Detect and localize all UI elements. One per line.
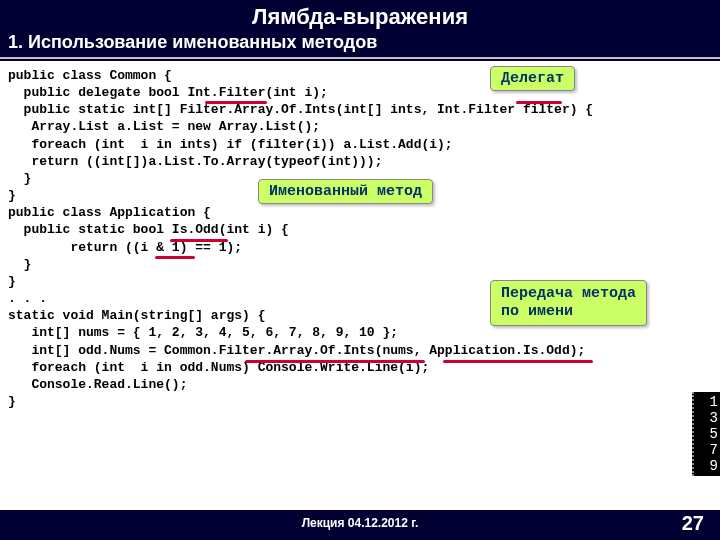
underline-mark bbox=[443, 360, 593, 363]
label-pass-by-name: Передача метода по имени bbox=[490, 280, 647, 326]
output-line: 9 bbox=[696, 458, 718, 474]
slide: Лямбда-выражения 1. Использование именов… bbox=[0, 0, 720, 540]
label-text: Именованный метод bbox=[269, 183, 422, 200]
code-line: return ((int[])a.List.To.Array(typeof(in… bbox=[8, 154, 382, 169]
console-output: 1 3 5 7 9 bbox=[692, 392, 720, 476]
title-bar: Лямбда-выражения 1. Использование именов… bbox=[0, 0, 720, 61]
underline-mark bbox=[205, 101, 267, 104]
code-line: } bbox=[8, 274, 16, 289]
code-line: public class Common { bbox=[8, 68, 172, 83]
label-text: Передача метода bbox=[501, 285, 636, 302]
footer-lecture: Лекция 04.12.2012 г. bbox=[302, 516, 419, 530]
code-line: } bbox=[8, 171, 31, 186]
underline-mark bbox=[245, 360, 425, 363]
underline-mark bbox=[155, 256, 195, 259]
code-line: public delegate bool Int.Filter(int i); bbox=[8, 85, 328, 100]
footer: Лекция 04.12.2012 г. 27 bbox=[0, 510, 720, 540]
page-subtitle: 1. Использование именованных методов bbox=[0, 30, 720, 59]
code-line: public static bool Is.Odd(int i) { bbox=[8, 222, 289, 237]
output-line: 7 bbox=[696, 442, 718, 458]
code-line: foreach (int i in ints) if (filter(i)) a… bbox=[8, 137, 453, 152]
code-line: int[] nums = { 1, 2, 3, 4, 5, 6, 7, 8, 9… bbox=[8, 325, 398, 340]
output-line: 3 bbox=[696, 410, 718, 426]
code-line: Console.Read.Line(); bbox=[8, 377, 187, 392]
label-text: Делегат bbox=[501, 70, 564, 87]
code-line: public class Application { bbox=[8, 205, 211, 220]
code-line: Array.List a.List = new Array.List(); bbox=[8, 119, 320, 134]
code-line: } bbox=[8, 257, 31, 272]
code-line: int[] odd.Nums = Common.Filter.Array.Of.… bbox=[8, 343, 585, 358]
code-line: } bbox=[8, 394, 16, 409]
footer-page-number: 27 bbox=[682, 512, 704, 535]
label-delegate: Делегат bbox=[490, 66, 575, 91]
label-text: по имени bbox=[501, 303, 573, 320]
underline-mark bbox=[516, 101, 562, 104]
output-line: 1 bbox=[696, 394, 718, 410]
output-line: 5 bbox=[696, 426, 718, 442]
page-title: Лямбда-выражения bbox=[0, 4, 720, 30]
code-line: . . . bbox=[8, 291, 47, 306]
underline-mark bbox=[170, 239, 228, 242]
code-line: public static int[] Filter.Array.Of.Ints… bbox=[8, 102, 593, 117]
label-named-method: Именованный метод bbox=[258, 179, 433, 204]
code-line: } bbox=[8, 188, 16, 203]
code-line: static void Main(string[] args) { bbox=[8, 308, 265, 323]
